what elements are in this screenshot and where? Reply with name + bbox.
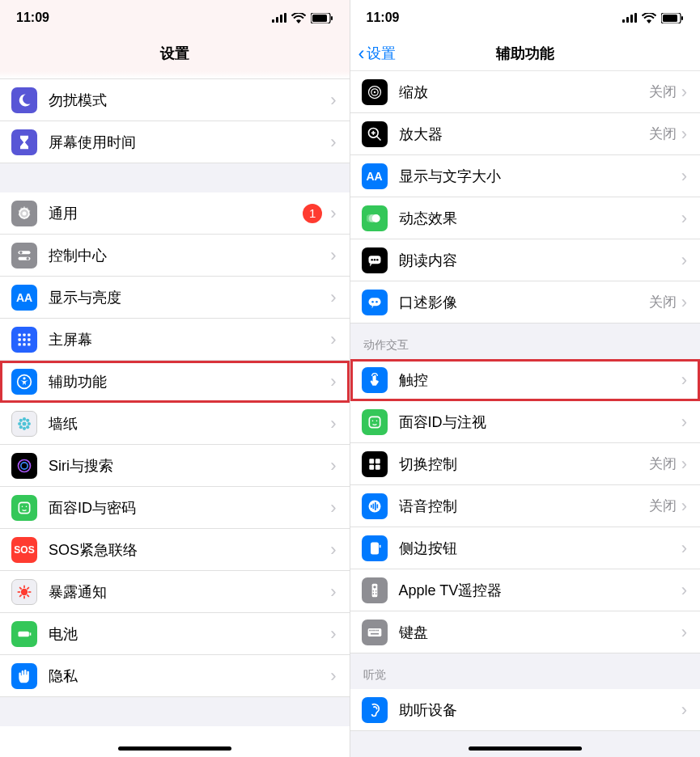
svg-rect-93 xyxy=(367,628,381,636)
accessibility-list[interactable]: 缩放 关闭 › 放大器 关闭 › AA 显示与文字大小 › 动态效果 › 朗读内… xyxy=(350,71,701,757)
svg-rect-94 xyxy=(369,629,371,631)
row-exposure[interactable]: 暴露通知 › xyxy=(0,571,350,613)
row-apple-tv[interactable]: Apple TV遥控器 › xyxy=(350,569,701,611)
chevron-right-icon: › xyxy=(330,287,336,308)
svg-point-27 xyxy=(18,421,21,425)
row-voice-control[interactable]: 语音控制 关闭 › xyxy=(350,485,701,527)
svg-line-46 xyxy=(27,587,29,590)
row-magnifier[interactable]: 放大器 关闭 › xyxy=(350,113,701,155)
row-sos[interactable]: SOS SOS紧急联络 › xyxy=(0,529,350,571)
row-switch-control[interactable]: 切换控制 关闭 › xyxy=(350,443,701,485)
svg-rect-55 xyxy=(681,16,683,20)
row-spoken[interactable]: 朗读内容 › xyxy=(350,239,701,281)
svg-rect-85 xyxy=(371,542,379,554)
chevron-right-icon: › xyxy=(330,132,336,153)
svg-rect-14 xyxy=(23,333,25,336)
row-screentime[interactable]: 屏幕使用时间 › xyxy=(0,121,350,163)
svg-rect-99 xyxy=(371,632,379,634)
battery-icon xyxy=(311,13,333,23)
page-title: 辅助功能 xyxy=(496,44,554,63)
svg-rect-20 xyxy=(23,343,25,345)
row-privacy[interactable]: 隐私 › xyxy=(0,655,350,697)
row-label: 口述影像 xyxy=(399,293,649,312)
row-label: 缩放 xyxy=(399,82,649,102)
row-faceid[interactable]: 面容ID与密码 › xyxy=(0,487,350,529)
row-face-attention[interactable]: 面容ID与注视 › xyxy=(350,401,701,443)
svg-rect-2 xyxy=(280,15,282,23)
svg-point-24 xyxy=(23,421,27,425)
svg-point-68 xyxy=(373,258,375,260)
row-hearing[interactable]: 助听设备 › xyxy=(350,689,701,731)
chevron-right-icon: › xyxy=(681,538,687,559)
svg-rect-47 xyxy=(19,631,29,636)
row-general[interactable]: 通用 1 › xyxy=(0,192,350,235)
flower-icon xyxy=(11,411,37,437)
svg-point-92 xyxy=(375,593,376,594)
status-time: 11:09 xyxy=(16,11,49,25)
row-home[interactable]: 主屏幕 › xyxy=(0,319,350,361)
chevron-right-icon: › xyxy=(681,412,687,433)
row-label: 控制中心 xyxy=(49,246,330,265)
wifi-icon xyxy=(291,13,306,23)
row-battery[interactable]: 电池 › xyxy=(0,613,350,655)
svg-rect-13 xyxy=(19,333,21,336)
section-gap xyxy=(0,697,350,726)
row-label: 侧边按钮 xyxy=(399,539,681,558)
chevron-right-icon: › xyxy=(330,329,336,350)
settings-list[interactable]: 勿扰模式 › 屏幕使用时间 › 通用 1 › 控制中心 › AA 显示与亮度 ›… xyxy=(0,71,350,757)
row-label: 隐私 xyxy=(49,666,330,686)
svg-rect-76 xyxy=(369,459,374,463)
partial-row-bottom xyxy=(0,726,350,757)
row-value: 关闭 xyxy=(649,497,677,515)
svg-rect-86 xyxy=(379,544,380,547)
hourglass-icon xyxy=(11,129,37,155)
svg-point-74 xyxy=(371,420,373,421)
row-side-button[interactable]: 侧边按钮 › xyxy=(350,527,701,569)
home-indicator[interactable] xyxy=(118,746,231,751)
settings-screen: 11:09 设置 勿扰模式 › 屏幕使用时间 › 通用 1 › 控制中心 › A… xyxy=(0,0,350,757)
row-keyboard[interactable]: 键盘 › xyxy=(350,611,701,653)
svg-rect-21 xyxy=(28,343,30,345)
chevron-right-icon: › xyxy=(681,496,687,517)
svg-point-11 xyxy=(19,251,22,253)
row-audio-desc[interactable]: 口述影像 关闭 › xyxy=(350,281,701,324)
badge: 1 xyxy=(303,204,322,223)
face-icon xyxy=(362,409,388,435)
row-motion[interactable]: 动态效果 › xyxy=(350,197,701,239)
chevron-right-icon: › xyxy=(681,454,687,475)
magnify-plus-icon xyxy=(362,121,388,147)
chevron-right-icon: › xyxy=(330,666,336,687)
row-label: 暴露通知 xyxy=(49,582,330,602)
section-header: 动作交互 xyxy=(350,324,701,359)
row-textsize[interactable]: AA 显示与文字大小 › xyxy=(350,155,701,197)
row-value: 关闭 xyxy=(649,82,677,101)
svg-point-88 xyxy=(373,586,375,588)
row-dnd[interactable]: 勿扰模式 › xyxy=(0,79,350,121)
chevron-right-icon: › xyxy=(681,250,687,271)
svg-rect-16 xyxy=(19,338,21,340)
row-value: 关闭 xyxy=(649,125,677,143)
row-zoom[interactable]: 缩放 关闭 › xyxy=(350,71,701,113)
svg-rect-77 xyxy=(375,459,380,463)
row-wallpaper[interactable]: 墙纸 › xyxy=(0,403,350,445)
row-siri[interactable]: Siri与搜索 › xyxy=(0,445,350,487)
status-icons xyxy=(272,13,333,23)
switch-grid-icon xyxy=(362,451,388,477)
status-time: 11:09 xyxy=(367,11,400,25)
row-display[interactable]: AA 显示与亮度 › xyxy=(0,277,350,319)
nav-bar: ‹ 设置 辅助功能 xyxy=(350,36,701,71)
svg-rect-35 xyxy=(19,502,29,513)
svg-point-58 xyxy=(373,91,375,93)
row-touch[interactable]: 触控 › xyxy=(350,359,701,401)
svg-rect-3 xyxy=(284,13,286,23)
svg-rect-97 xyxy=(375,629,376,631)
row-label: 切换控制 xyxy=(399,455,649,474)
svg-rect-95 xyxy=(371,629,372,631)
home-indicator[interactable] xyxy=(469,746,582,751)
row-accessibility[interactable]: 辅助功能 › xyxy=(0,361,350,403)
row-control[interactable]: 控制中心 › xyxy=(0,235,350,277)
chevron-right-icon: › xyxy=(330,203,336,224)
back-button[interactable]: ‹ 设置 xyxy=(358,44,396,63)
svg-rect-5 xyxy=(312,15,327,22)
back-label: 设置 xyxy=(367,44,396,63)
